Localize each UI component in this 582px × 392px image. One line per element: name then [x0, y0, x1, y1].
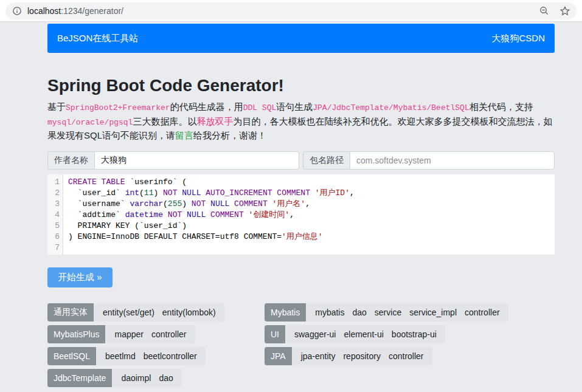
template-item-service[interactable]: service	[375, 308, 401, 317]
group-label: JdbcTemplate	[47, 369, 112, 387]
group-items: mybatisdaoserviceservice_implcontroller	[306, 303, 508, 322]
page-container: BeJSON在线工具站 大狼狗CSDN Spring Boot Code Gen…	[47, 24, 555, 391]
template-item-beetlcontroller[interactable]: beetlcontroller	[144, 351, 197, 361]
template-item-controller[interactable]: controller	[465, 308, 500, 317]
template-groups-left: 通用实体entity(set/get)entity(lombok)Mybatis…	[47, 303, 265, 391]
settings-form: 作者名称 包名路径	[47, 151, 555, 170]
csdn-link[interactable]: 大狼狗CSDN	[491, 33, 545, 44]
template-group-Mybatis: Mybatismybatisdaoserviceservice_implcont…	[265, 303, 508, 322]
line-number: 5	[47, 221, 63, 232]
intro-segment-code: JPA/JdbcTemplate/Mybatis/BeetlSQL	[313, 103, 469, 112]
page-title: Spring Boot Code Generator!	[47, 75, 555, 96]
template-item-dao[interactable]: dao	[352, 308, 366, 317]
intro-segment-link-pink[interactable]: 释放双手	[196, 116, 233, 126]
template-item-mapper[interactable]: mapper	[114, 329, 143, 339]
line-number: 2	[47, 188, 63, 199]
group-items: swagger-uielement-uibootstrap-ui	[285, 325, 445, 343]
url-text[interactable]: localhost:1234/generator/	[27, 6, 539, 16]
intro-segment-text: 三大数据库。以	[133, 116, 196, 126]
template-item-controller[interactable]: controller	[389, 351, 424, 361]
address-bar[interactable]: localhost:1234/generator/	[5, 2, 577, 19]
generate-button[interactable]: 开始生成 »	[47, 267, 113, 287]
template-item-entity(lombok)[interactable]: entity(lombok)	[162, 308, 216, 317]
template-item-beetlmd[interactable]: beetlmd	[105, 351, 136, 361]
template-item-dao[interactable]: dao	[159, 373, 173, 383]
intro-segment-text: 基于	[47, 101, 66, 112]
intro-segment-text: 语句生成	[276, 101, 313, 112]
author-input-group: 作者名称	[47, 151, 299, 170]
group-label: JPA	[265, 347, 292, 365]
star-icon[interactable]	[559, 5, 570, 16]
site-navbar: BeJSON在线工具站 大狼狗CSDN	[47, 24, 555, 53]
code-line: PRIMARY KEY (`user_id`)	[68, 221, 555, 232]
group-label: BeetlSQL	[47, 347, 96, 365]
intro-segment-code: DDL SQL	[243, 103, 277, 112]
package-input[interactable]	[350, 151, 555, 170]
template-group-UI: UIswagger-uielement-uibootstrap-ui	[265, 325, 445, 343]
template-item-element-ui[interactable]: element-ui	[344, 329, 383, 339]
group-items: jpa-entityrepositorycontroller	[292, 347, 432, 365]
author-label: 作者名称	[47, 151, 94, 170]
code-line: `username` varchar(255) NOT NULL COMMENT…	[68, 199, 555, 210]
intro-segment-text: 给我分析，谢谢！	[193, 130, 266, 140]
editor-code[interactable]: CREATE TABLE `userinfo` ( `user_id` int(…	[63, 174, 555, 255]
info-icon[interactable]	[12, 5, 23, 16]
group-items: beetlmdbeetlcontroller	[96, 347, 206, 365]
template-group-MybatisPlus: MybatisPlusmappercontroller	[47, 325, 195, 343]
sql-editor[interactable]: 1234567 CREATE TABLE `userinfo` ( `user_…	[47, 174, 555, 255]
author-input[interactable]	[94, 151, 299, 170]
template-groups-right: Mybatismybatisdaoserviceservice_implcont…	[265, 303, 555, 391]
browser-chrome: localhost:1234/generator/	[0, 0, 582, 22]
line-number: 6	[47, 232, 63, 242]
template-item-swagger-ui[interactable]: swagger-ui	[294, 329, 336, 339]
group-label: MybatisPlus	[47, 325, 105, 343]
intro-segment-link-green[interactable]: 留言	[175, 130, 193, 140]
template-group-JPA: JPAjpa-entityrepositorycontroller	[265, 347, 432, 365]
group-items: entity(set/get)entity(lombok)	[94, 303, 224, 322]
template-item-bootstrap-ui[interactable]: bootstrap-ui	[392, 329, 437, 339]
template-item-service_impl[interactable]: service_impl	[409, 308, 457, 317]
editor-line-numbers: 1234567	[47, 174, 63, 255]
intro-segment-text: 相关代码，支持	[469, 101, 533, 112]
group-items: mappercontroller	[105, 325, 195, 343]
template-item-mybatis[interactable]: mybatis	[315, 308, 344, 317]
code-line: `addtime` datetime NOT NULL COMMENT '创建时…	[68, 210, 555, 221]
code-line: `user_id` int(11) NOT NULL AUTO_INCREMEN…	[68, 188, 555, 199]
package-label: 包名路径	[303, 151, 350, 170]
intro-text: 基于SpringBoot2+Freemarker的代码生成器，用DDL SQL语…	[47, 100, 555, 142]
code-line: CREATE TABLE `userinfo` (	[68, 177, 555, 188]
template-item-repository[interactable]: repository	[343, 351, 380, 361]
line-number: 7	[47, 242, 63, 253]
template-item-daoimpl[interactable]: daoimpl	[121, 373, 151, 383]
zoom-out-icon[interactable]	[539, 5, 550, 16]
package-input-group: 包名路径	[303, 151, 555, 170]
group-items: daoimpldao	[112, 369, 181, 387]
code-line	[68, 242, 555, 253]
group-label: UI	[265, 325, 285, 343]
template-group-BeetlSQL: BeetlSQLbeetlmdbeetlcontroller	[47, 347, 206, 365]
template-item-entity(set/get)[interactable]: entity(set/get)	[103, 308, 154, 317]
line-number: 3	[47, 199, 63, 210]
template-group-通用实体: 通用实体entity(set/get)entity(lombok)	[47, 303, 224, 322]
url-path: :1234/generator/	[61, 6, 123, 16]
intro-segment-code: mysql/oracle/pgsql	[47, 118, 133, 127]
template-item-jpa-entity[interactable]: jpa-entity	[301, 351, 336, 361]
group-label: Mybatis	[265, 303, 306, 322]
intro-segment-text: 的代码生成器，用	[170, 101, 243, 112]
url-host: localhost	[27, 6, 61, 16]
line-number: 4	[47, 210, 63, 221]
template-groups: 通用实体entity(set/get)entity(lombok)Mybatis…	[47, 303, 555, 391]
code-line: ) ENGINE=InnoDB DEFAULT CHARSET=utf8 COM…	[68, 232, 555, 242]
line-number: 1	[47, 177, 63, 188]
template-group-JdbcTemplate: JdbcTemplatedaoimpldao	[47, 369, 182, 387]
intro-segment-code: SpringBoot2+Freemarker	[66, 103, 170, 112]
brand-link[interactable]: BeJSON在线工具站	[57, 33, 138, 44]
group-label: 通用实体	[47, 303, 94, 322]
template-item-controller[interactable]: controller	[151, 329, 187, 339]
